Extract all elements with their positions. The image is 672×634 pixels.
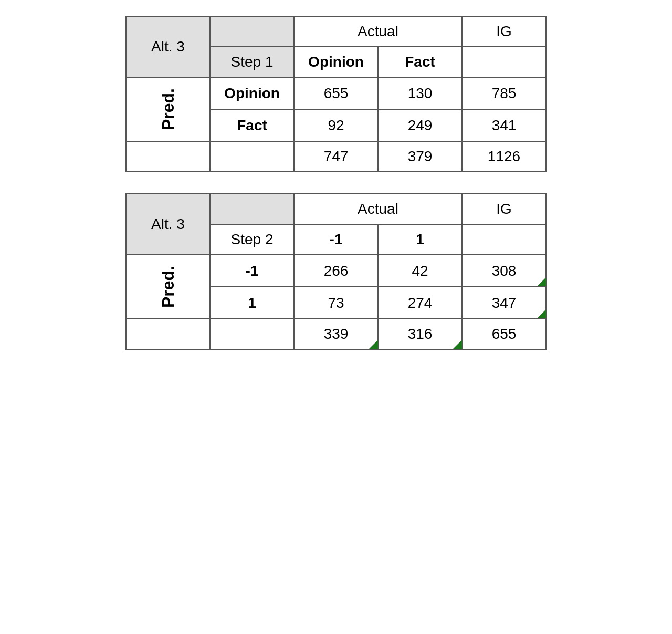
- total-empty-1b: [210, 141, 294, 172]
- cell-neg1-neg1-2: 266: [294, 255, 378, 287]
- actual-header-2: Actual: [294, 194, 462, 224]
- total-ig-2: 655: [462, 319, 546, 349]
- total-opinion-1: 747: [294, 141, 378, 172]
- step2-label: Step 2: [210, 224, 294, 255]
- ig-sub-header-2: [462, 224, 546, 255]
- pred-label-1: Pred.: [126, 77, 210, 141]
- row-pos1-label-2: 1: [210, 287, 294, 319]
- corner-mark-total-pos1: [453, 340, 461, 349]
- corner-mark-neg1-ig: [537, 278, 545, 286]
- cell-neg1-pos1-2: 42: [378, 255, 462, 287]
- ig-header-2: IG: [462, 194, 546, 224]
- alt3-text-1: Alt. 3: [151, 38, 185, 55]
- total-ig-1: 1126: [462, 141, 546, 172]
- actual-header-1: Actual: [294, 16, 462, 47]
- alt3-text-2: Alt. 3: [151, 216, 185, 232]
- total-empty-2b: [210, 319, 294, 349]
- col-pos1-header-2: 1: [378, 224, 462, 255]
- col-fact-header-1: Fact: [378, 47, 462, 77]
- total-empty-1a: [126, 141, 210, 172]
- step1-label: Step 1: [210, 47, 294, 77]
- row-fact-label-1: Fact: [210, 109, 294, 141]
- total-neg1-2: 339: [294, 319, 378, 349]
- row-opinion-label-1: Opinion: [210, 77, 294, 109]
- alt3-label-1: Alt. 3: [126, 16, 210, 77]
- empty-header-1: [210, 16, 294, 47]
- cell-fact-fact-1: 249: [378, 109, 462, 141]
- cell-pos1-ig-2: 347: [462, 287, 546, 319]
- col-opinion-header-1: Opinion: [294, 47, 378, 77]
- cell-pos1-neg1-2: 73: [294, 287, 378, 319]
- table-2: Alt. 3 Actual IG Step 2 -1 1: [125, 193, 547, 350]
- cell-neg1-ig-2: 308: [462, 255, 546, 287]
- corner-mark-pos1-ig: [537, 310, 545, 318]
- alt3-label-2: Alt. 3: [126, 194, 210, 255]
- corner-mark-total-neg1: [369, 340, 377, 349]
- row-neg1-label-2: -1: [210, 255, 294, 287]
- cell-opinion-fact-1: 130: [378, 77, 462, 109]
- table-1: Alt. 3 Actual IG Step 1 Opinion: [125, 16, 547, 172]
- empty-header-2: [210, 194, 294, 224]
- tables-container: Alt. 3 Actual IG Step 1 Opinion: [125, 16, 547, 350]
- ig-header-1: IG: [462, 16, 546, 47]
- cell-fact-ig-1: 341: [462, 109, 546, 141]
- cell-opinion-opinion-1: 655: [294, 77, 378, 109]
- pred-label-2: Pred.: [126, 255, 210, 319]
- ig-sub-header-1: [462, 47, 546, 77]
- total-pos1-2: 316: [378, 319, 462, 349]
- total-fact-1: 379: [378, 141, 462, 172]
- total-empty-2a: [126, 319, 210, 349]
- cell-pos1-pos1-2: 274: [378, 287, 462, 319]
- cell-fact-opinion-1: 92: [294, 109, 378, 141]
- col-neg1-header-2: -1: [294, 224, 378, 255]
- cell-opinion-ig-1: 785: [462, 77, 546, 109]
